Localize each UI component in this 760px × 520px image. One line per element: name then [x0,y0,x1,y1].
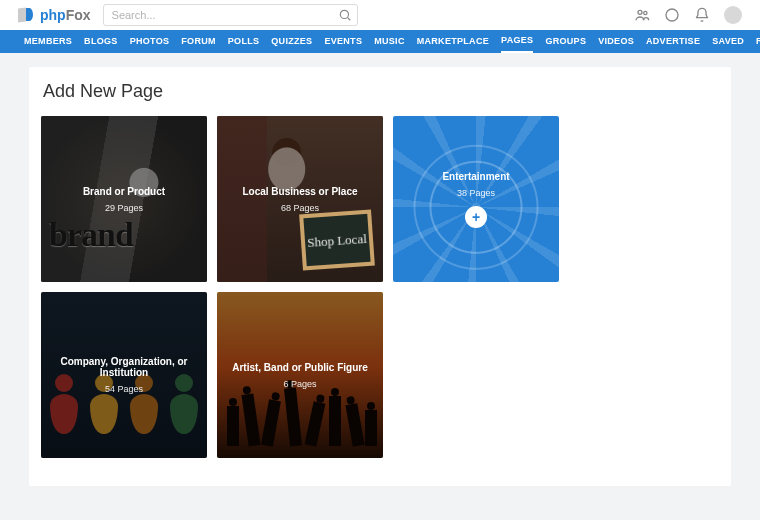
nav-item-members[interactable]: MEMBERS [24,30,72,53]
notifications-icon[interactable] [694,7,710,23]
category-tile-local[interactable]: Shop Local Local Business or Place 68 Pa… [217,116,383,282]
nav-item-quizzes[interactable]: QUIZZES [271,30,312,53]
nav-item-events[interactable]: EVENTS [324,30,362,53]
category-tile-entertainment[interactable]: Entertainment 38 Pages + [393,116,559,282]
nav-item-music[interactable]: MUSIC [374,30,405,53]
main-nav: MEMBERSBLOGSPHOTOSFORUMPOLLSQUIZZESEVENT… [0,30,760,53]
tile-title: Entertainment [434,171,517,182]
tile-sub-pages: 38 Pages [457,188,495,198]
tile-sub-pages: 68 Pages [281,203,319,213]
nav-item-pages[interactable]: PAGES [501,30,533,53]
logo-icon [18,6,36,24]
nav-item-saved[interactable]: SAVED [712,30,744,53]
top-icons [634,6,742,24]
svg-line-1 [347,18,350,21]
chalkboard: Shop Local [299,210,375,271]
category-tile-company[interactable]: Company, Organization, or Institution 54… [41,292,207,458]
category-grid: Brand or Product 29 Pages Shop Local Loc… [41,116,719,458]
svg-point-0 [340,10,348,18]
category-tile-artist[interactable]: Artist, Band or Public Figure 6 Pages [217,292,383,458]
nav-item-videos[interactable]: VIDEOS [598,30,634,53]
tile-title: Local Business or Place [234,186,365,197]
tile-sub-pages: 54 Pages [105,384,143,394]
nav-item-forum[interactable]: FORUM [181,30,216,53]
nav-item-photos[interactable]: PHOTOS [130,30,170,53]
nav-item-rewards[interactable]: REWARDS [756,30,760,53]
logo-text: phpFox [40,7,91,23]
nav-item-marketplace[interactable]: MARKETPLACE [417,30,489,53]
add-page-button[interactable]: + [465,206,487,228]
search-wrap [103,4,358,26]
tile-title: Brand or Product [75,186,173,197]
tile-title: Artist, Band or Public Figure [224,362,376,373]
nav-item-groups[interactable]: GROUPS [545,30,586,53]
nav-item-blogs[interactable]: BLOGS [84,30,118,53]
search-icon[interactable] [338,8,352,22]
logo[interactable]: phpFox [18,6,91,24]
category-tile-brand[interactable]: Brand or Product 29 Pages [41,116,207,282]
content-card: Add New Page Brand or Product 29 Pages S… [29,67,731,486]
page-wrap: Add New Page Brand or Product 29 Pages S… [0,53,760,486]
avatar[interactable] [724,6,742,24]
top-bar: phpFox [0,0,760,30]
tile-sub-pages: 6 Pages [283,379,316,389]
messages-icon[interactable] [664,7,680,23]
nav-item-polls[interactable]: POLLS [228,30,260,53]
nav-item-advertise[interactable]: ADVERTISE [646,30,700,53]
friends-icon[interactable] [634,7,650,23]
page-title: Add New Page [43,81,719,102]
tile-title: Company, Organization, or Institution [41,356,207,378]
tile-sub-pages: 29 Pages [105,203,143,213]
search-input[interactable] [103,4,358,26]
svg-point-3 [644,11,647,14]
svg-point-2 [638,10,642,14]
